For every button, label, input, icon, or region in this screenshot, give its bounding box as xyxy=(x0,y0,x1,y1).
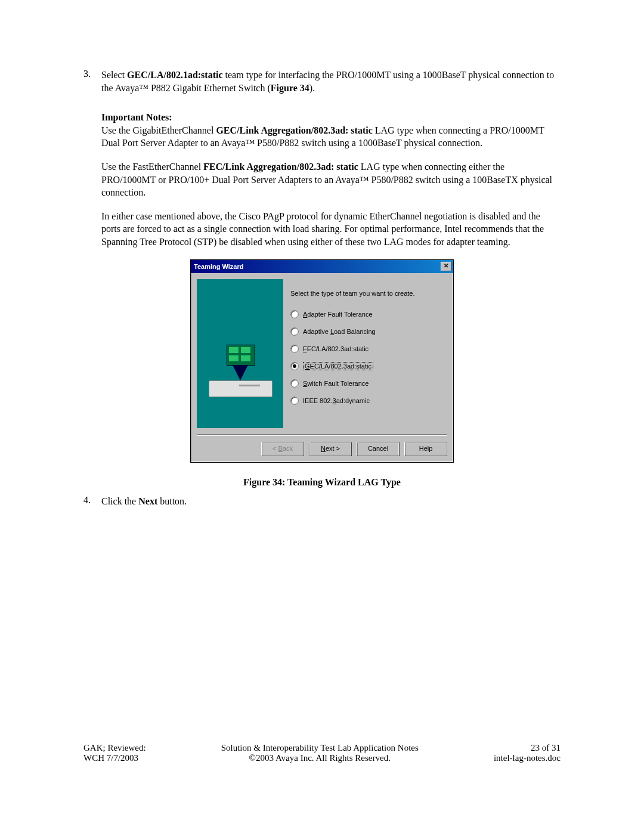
text: ). xyxy=(309,83,315,93)
radio-icon xyxy=(290,379,299,388)
back-button: < Back xyxy=(261,442,304,456)
radio-switch-fault-tolerance[interactable]: Switch Fault Tolerance xyxy=(290,379,447,388)
radio-adaptive-load-balancing[interactable]: Adaptive Load Balancing xyxy=(290,327,447,336)
footer-text: 23 of 31 xyxy=(494,743,561,753)
figure-wrap: Teaming Wizard ✕ Select the type of team… xyxy=(83,259,561,463)
radio-fec-la[interactable]: FEC/LA/802.3ad:static xyxy=(290,345,447,353)
next-button[interactable]: Next > xyxy=(309,442,352,456)
footer-left: GAK; Reviewed: WCH 7/7/2003 xyxy=(83,743,146,763)
cancel-button[interactable]: Cancel xyxy=(357,442,400,456)
radio-icon xyxy=(290,345,299,353)
radio-ieee-dynamic[interactable]: IEEE 802.3ad:dynamic xyxy=(290,397,447,405)
computer-icon xyxy=(209,380,273,397)
figure-caption: Figure 34: Teaming Wizard LAG Type xyxy=(83,477,561,488)
radio-icon xyxy=(290,362,299,370)
bold-term: FEC/Link Aggregation/802.3ad: static xyxy=(203,162,358,172)
wizard-sidebar-image xyxy=(197,279,283,428)
pointer-icon xyxy=(233,365,248,380)
radio-label: Adaptive Load Balancing xyxy=(303,328,376,335)
notes-p2: Use the FastEtherChannel FEC/Link Aggreg… xyxy=(101,160,561,199)
footer-text: ©2003 Avaya Inc. All Rights Reserved. xyxy=(221,753,419,763)
footer-text: GAK; Reviewed: xyxy=(83,743,146,753)
text: Use the GigabitEtherChannel xyxy=(101,125,216,135)
radio-label: IEEE 802.3ad:dynamic xyxy=(303,397,370,404)
bold-term: Next xyxy=(138,496,157,506)
radio-icon xyxy=(290,310,299,318)
step-number: 4. xyxy=(83,495,101,508)
page-footer: GAK; Reviewed: WCH 7/7/2003 Solution & I… xyxy=(83,743,561,763)
bold-term: GEC/LA/802.1ad:static xyxy=(127,70,222,80)
close-button[interactable]: ✕ xyxy=(441,262,451,271)
step-number: 3. xyxy=(83,69,101,94)
footer-text: intel-lag-notes.doc xyxy=(494,753,561,763)
help-button[interactable]: Help xyxy=(404,442,447,456)
step-body: Click the Next button. xyxy=(101,495,561,508)
radio-label: FEC/LA/802.3ad:static xyxy=(303,345,369,352)
notes-heading: Important Notes: xyxy=(101,112,172,122)
notes-p3: In either case mentioned above, the Cisc… xyxy=(101,210,561,249)
radio-icon xyxy=(290,397,299,405)
step-4: 4. Click the Next button. xyxy=(83,495,561,508)
dialog-body: Select the type of team you want to crea… xyxy=(191,273,453,434)
dialog-prompt: Select the type of team you want to crea… xyxy=(290,290,447,297)
teaming-wizard-dialog: Teaming Wizard ✕ Select the type of team… xyxy=(190,259,454,463)
step-body: Select GEC/LA/802.1ad:static team type f… xyxy=(101,69,561,94)
radio-adapter-fault-tolerance[interactable]: Adapter Fault Tolerance xyxy=(290,310,447,318)
footer-text: Solution & Interoperability Test Lab App… xyxy=(221,743,419,753)
text: Use the FastEtherChannel xyxy=(101,162,203,172)
document-page: 3. Select GEC/LA/802.1ad:static team typ… xyxy=(0,0,644,787)
radio-icon xyxy=(290,327,299,336)
radio-label: GEC/LA/802.3ad:static xyxy=(303,362,373,370)
radio-label: Adapter Fault Tolerance xyxy=(303,311,373,318)
dialog-titlebar[interactable]: Teaming Wizard ✕ xyxy=(191,260,453,273)
nic-card-icon xyxy=(227,345,255,366)
options-panel: Select the type of team you want to crea… xyxy=(290,279,447,428)
footer-text: WCH 7/7/2003 xyxy=(83,753,146,763)
text: Select xyxy=(101,70,127,80)
footer-center: Solution & Interoperability Test Lab App… xyxy=(221,743,419,763)
bold-term: GEC/Link Aggregation/802.3ad: static xyxy=(216,125,372,135)
radio-label: Switch Fault Tolerance xyxy=(303,380,369,387)
text: Click the xyxy=(101,496,138,506)
text: button. xyxy=(157,496,187,506)
notes-block: Important Notes: Use the GigabitEtherCha… xyxy=(101,111,561,248)
figure-ref: Figure 34 xyxy=(271,83,309,93)
dialog-buttons: < Back Next > Cancel Help xyxy=(191,436,453,462)
dialog-title: Teaming Wizard xyxy=(194,263,243,270)
footer-right: 23 of 31 intel-lag-notes.doc xyxy=(494,743,561,763)
important-notes: Important Notes: Use the GigabitEtherCha… xyxy=(101,111,561,150)
step-3: 3. Select GEC/LA/802.1ad:static team typ… xyxy=(83,69,561,94)
radio-gec-la[interactable]: GEC/LA/802.3ad:static xyxy=(290,362,447,370)
